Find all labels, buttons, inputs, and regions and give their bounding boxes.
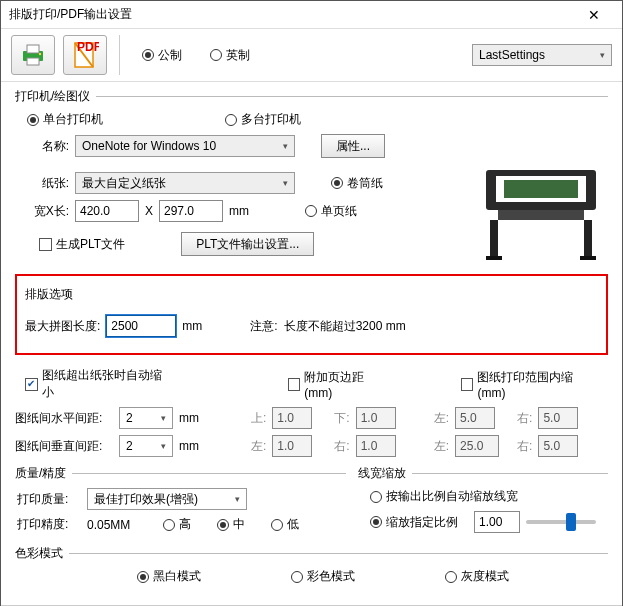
single-printer-radio[interactable]: 单台打印机 [27,111,103,128]
svg-rect-2 [27,58,39,65]
slider-thumb[interactable] [566,513,576,531]
radio-icon [217,519,229,531]
chevron-down-icon: ▾ [283,178,288,188]
radio-icon [163,519,175,531]
linewidth-manual-radio[interactable]: 缩放指定比例 [370,514,458,531]
window-title: 排版打印/PDF输出设置 [9,6,574,23]
linewidth-slider[interactable] [526,520,596,524]
paper-select[interactable]: 最大自定义纸张 ▾ [75,172,295,194]
linewidth-legend: 线宽缩放 [358,465,412,482]
properties-button[interactable]: 属性... [321,134,385,158]
checkbox-icon [288,378,301,391]
precision-label: 打印精度: [17,516,81,533]
multi-printer-radio[interactable]: 多台打印机 [225,111,301,128]
vgap-label: 图纸间垂直间距: [15,438,113,455]
separator [119,35,120,75]
printer-name-select[interactable]: OneNote for Windows 10 ▾ [75,135,295,157]
x-label: X [145,204,153,218]
unit-label: mm [179,411,199,425]
inset-right2-input [538,435,578,457]
linewidth-ratio-input[interactable] [474,511,520,533]
radio-icon [291,571,303,583]
margin-top-input [272,407,312,429]
left-label: 左: [434,410,449,427]
vgap-input[interactable]: 2▾ [119,435,173,457]
chevron-down-icon: ▾ [600,50,605,60]
unit-label: mm [182,319,202,333]
right-label: 右: [517,410,532,427]
radio-icon [370,516,382,528]
maxlen-input[interactable] [106,315,176,337]
radio-icon [137,571,149,583]
radio-icon [210,49,222,61]
maxlen-label: 最大拼图长度: [25,318,100,335]
linewidth-auto-radio[interactable]: 按输出比例自动缩放线宽 [370,488,518,505]
margin-right-input [356,435,396,457]
auto-shrink-checkbox[interactable]: 图纸超出纸张时自动缩小 [25,367,170,401]
color-color-radio[interactable]: 彩色模式 [291,568,355,585]
width-input[interactable] [75,200,139,222]
color-gray-radio[interactable]: 灰度模式 [445,568,509,585]
radio-icon [305,205,317,217]
inset-left2-input [455,435,499,457]
radio-icon [27,114,39,126]
color-bw-radio[interactable]: 黑白模式 [137,568,201,585]
svg-text:PDF: PDF [77,41,99,54]
left-label: 左: [251,438,266,455]
pdf-button[interactable]: PDF [63,35,107,75]
note-label: 注意: [250,318,277,335]
precision-lo-radio[interactable]: 低 [271,516,299,533]
unit-label: mm [179,439,199,453]
note-text: 长度不能超过3200 mm [284,318,406,335]
svg-rect-1 [27,45,39,53]
print-inset-checkbox[interactable]: 图纸打印范围内缩(mm) [461,369,598,400]
radio-icon [445,571,457,583]
paper-label: 纸张: [17,175,69,192]
plt-settings-button[interactable]: PLT文件输出设置... [181,232,314,256]
margin-bottom-input [356,407,396,429]
hgap-label: 图纸间水平间距: [15,410,113,427]
inset-left-input [455,407,495,429]
right-label: 右: [334,438,349,455]
colormode-legend: 色彩模式 [15,545,69,562]
radio-icon [142,49,154,61]
roll-paper-radio[interactable]: 卷筒纸 [331,175,383,192]
precision-hi-radio[interactable]: 高 [163,516,191,533]
add-margin-checkbox[interactable]: 附加页边距(mm) [288,369,390,400]
bottom-label: 下: [334,410,349,427]
chevron-down-icon: ▾ [283,141,288,151]
margin-left-input [272,435,312,457]
quality-select[interactable]: 最佳打印效果(增强)▾ [87,488,247,510]
right-label: 右: [517,438,532,455]
chevron-down-icon: ▾ [235,494,240,504]
radio-icon [271,519,283,531]
sheet-paper-radio[interactable]: 单页纸 [305,203,357,220]
hgap-input[interactable]: 2▾ [119,407,173,429]
radio-icon [331,177,343,189]
chevron-down-icon: ▾ [161,441,166,451]
svg-point-3 [39,53,41,55]
wh-label: 宽X长: [17,203,69,220]
layout-legend: 排版选项 [25,286,598,303]
gen-plt-checkbox[interactable]: 生成PLT文件 [39,236,125,253]
unit-imperial-radio[interactable]: 英制 [210,47,250,64]
top-label: 上: [251,410,266,427]
checkbox-icon [461,378,474,391]
unit-metric-radio[interactable]: 公制 [142,47,182,64]
print-button[interactable] [11,35,55,75]
radio-icon [370,491,382,503]
printer-name-label: 名称: [17,138,69,155]
chevron-down-icon: ▾ [161,413,166,423]
quality-legend: 质量/精度 [15,465,72,482]
radio-icon [225,114,237,126]
close-icon[interactable]: ✕ [574,1,614,28]
checkbox-icon [25,378,38,391]
printer-legend: 打印机/绘图仪 [15,88,96,105]
height-input[interactable] [159,200,223,222]
preset-select[interactable]: LastSettings ▾ [472,44,612,66]
inset-right-input [538,407,578,429]
left-label: 左: [434,438,449,455]
precision-mid-radio[interactable]: 中 [217,516,245,533]
unit-label: mm [229,204,249,218]
precision-value: 0.05MM [87,518,147,532]
